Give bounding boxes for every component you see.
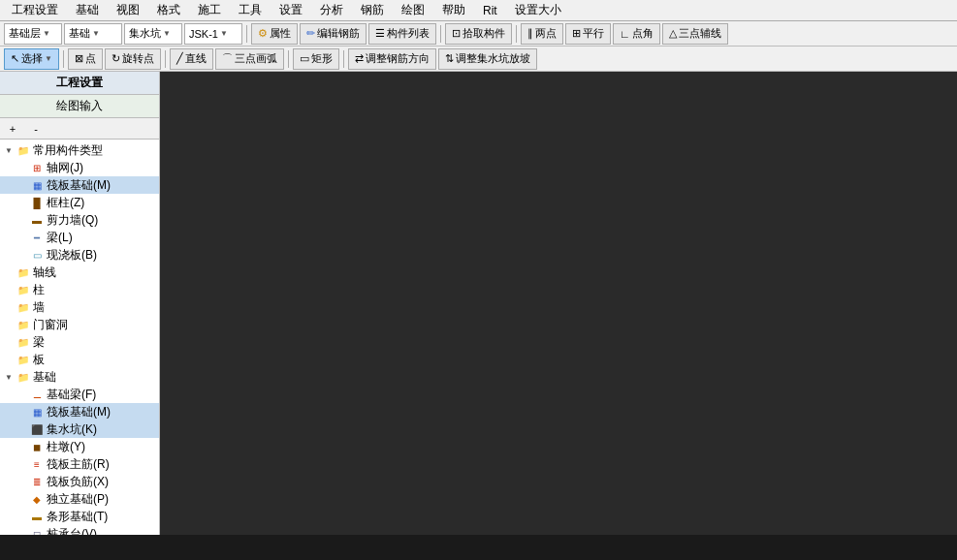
left-panel-header[interactable]: 工程设置 xyxy=(0,72,159,95)
toolbar-row-1: 基础层 ▼ 基础 ▼ 集水坑 ▼ JSK-1 ▼ ⚙ 属性 ✏ 编辑钢筋 ☰ 构… xyxy=(0,21,957,47)
point-btn[interactable]: ⊠ 点 xyxy=(68,48,103,70)
parallel-btn[interactable]: ⊞ 平行 xyxy=(565,23,611,45)
tree-label-raft-found: 筏板基础(M) xyxy=(47,404,111,420)
tree-label-col-found: 柱墩(Y) xyxy=(47,439,85,455)
menu-rebar[interactable]: 钢筋 xyxy=(353,0,392,20)
tree-label-slab: 板 xyxy=(33,352,45,368)
tree-item-raft-found[interactable]: ▦筏板基础(M) xyxy=(0,403,159,420)
tree-label-strip-found: 条形基础(T) xyxy=(47,509,108,525)
tree-icon-raft-found: ▦ xyxy=(29,404,45,420)
tree-item-axis-net[interactable]: ⊞轴网(J) xyxy=(0,159,159,176)
tree-label-pile-cap: 桩承台(V) xyxy=(47,526,97,536)
pickup-btn[interactable]: ⊡ 拾取构件 xyxy=(445,23,512,45)
tree-label-axis-net: 轴网(J) xyxy=(47,160,83,176)
tree-label-frame-col: 框柱(Z) xyxy=(47,195,84,211)
menu-view[interactable]: 视图 xyxy=(109,0,147,20)
tree-label-beam-group: 梁 xyxy=(33,334,45,351)
menu-settings[interactable]: 设置 xyxy=(271,0,310,20)
menu-draw[interactable]: 绘图 xyxy=(394,0,432,20)
tree-item-pile-cap[interactable]: ◻桩承台(V) xyxy=(0,525,159,535)
menu-foundation[interactable]: 基础 xyxy=(68,0,107,20)
tree-label-beam: 梁(L) xyxy=(47,230,73,246)
tree-icon-floor-slab: ▭ xyxy=(29,247,45,263)
tree-tool-btn1[interactable]: + xyxy=(2,118,23,140)
tree-icon-wall: 📁 xyxy=(16,299,31,315)
tree-label-door-window: 门窗洞 xyxy=(33,317,68,333)
tree-label-pit: 集水坑(K) xyxy=(47,421,97,438)
three-aux-btn[interactable]: △ 三点辅线 xyxy=(662,23,728,45)
tree-item-wall[interactable]: 📁墙 xyxy=(0,298,159,316)
tree-icon-foundation: 📁 xyxy=(16,369,31,385)
tree-icon-door-window: 📁 xyxy=(16,317,31,332)
tree-icon-frame-col: █ xyxy=(29,195,45,210)
menu-analysis[interactable]: 分析 xyxy=(312,0,351,20)
base-dropdown-arrow: ▼ xyxy=(92,29,100,38)
tree-icon-axis-net: ⊞ xyxy=(29,160,45,175)
pit-dropdown[interactable]: 集水坑 ▼ xyxy=(124,23,182,45)
base-dropdown[interactable]: 基础 ▼ xyxy=(64,23,122,45)
tree-item-foundation[interactable]: ▼📁基础 xyxy=(0,368,159,386)
tree-icon-axis: 📁 xyxy=(16,264,31,280)
tree-icon-shear-wall: ▬ xyxy=(29,212,45,228)
tree-item-beam-group[interactable]: 📁梁 xyxy=(0,333,159,351)
tree-label-floor-slab: 现浇板(B) xyxy=(47,247,97,264)
three-arc-btn[interactable]: ⌒ 三点画弧 xyxy=(215,48,284,70)
tree-item-strip-found[interactable]: ▬条形基础(T) xyxy=(0,508,159,525)
menu-rit[interactable]: Rit xyxy=(475,2,505,19)
two-pts-btn[interactable]: ∥ 两点 xyxy=(521,23,563,45)
tree-label-found-beam: 基础梁(F) xyxy=(47,387,96,403)
left-panel-subheader[interactable]: 绘图输入 xyxy=(0,95,159,118)
tree-item-found-beam[interactable]: ⚊基础梁(F) xyxy=(0,386,159,403)
sep3 xyxy=(516,25,517,43)
adjust-pit-btn[interactable]: ⇅ 调整集水坑放坡 xyxy=(438,48,537,70)
base-label: 基础 xyxy=(69,26,90,41)
tree-container[interactable]: ▼📁常用构件类型⊞轴网(J)▦筏板基础(M)█框柱(Z)▬剪力墙(Q)━梁(L)… xyxy=(0,140,159,535)
rect-btn[interactable]: ▭ 矩形 xyxy=(293,48,339,70)
layer-dropdown[interactable]: 基础层 ▼ xyxy=(4,23,62,45)
tree-item-col-found[interactable]: ◼柱墩(Y) xyxy=(0,438,159,455)
tree-item-floor-slab[interactable]: ▭现浇板(B) xyxy=(0,246,159,264)
rotate-btn[interactable]: ↻ 旋转点 xyxy=(105,48,161,70)
sep7 xyxy=(343,50,344,68)
tree-icon-strip-found: ▬ xyxy=(29,509,45,524)
line-btn[interactable]: ╱ 直线 xyxy=(170,48,213,70)
edit-rebar-btn[interactable]: ✏ 编辑钢筋 xyxy=(300,23,367,45)
corner-btn[interactable]: ∟ 点角 xyxy=(613,23,660,45)
pit-label: 集水坑 xyxy=(129,26,161,41)
property-btn[interactable]: ⚙ 属性 xyxy=(251,23,298,45)
tree-item-door-window[interactable]: 📁门窗洞 xyxy=(0,316,159,333)
tree-icon-found-beam: ⚊ xyxy=(29,387,45,402)
menu-construction[interactable]: 施工 xyxy=(190,0,229,20)
pit-dropdown-arrow: ▼ xyxy=(163,29,171,38)
tree-item-isolated-found[interactable]: ◆独立基础(P) xyxy=(0,490,159,508)
tree-item-frame-col[interactable]: █框柱(Z) xyxy=(0,194,159,211)
canvas-area[interactable] xyxy=(160,72,957,535)
jsk-dropdown[interactable]: JSK-1 ▼ xyxy=(184,23,242,45)
tree-item-common-types[interactable]: ▼📁常用构件类型 xyxy=(0,141,159,159)
left-panel: 工程设置 绘图输入 + - ▼📁常用构件类型⊞轴网(J)▦筏板基础(M)█框柱(… xyxy=(0,72,160,535)
tree-label-col: 柱 xyxy=(33,282,45,298)
tree-item-shear-wall[interactable]: ▬剪力墙(Q) xyxy=(0,211,159,229)
menu-help[interactable]: 帮助 xyxy=(434,0,473,20)
tree-item-raft-main-rebar[interactable]: ≡筏板主筋(R) xyxy=(0,455,159,473)
tree-item-slab[interactable]: 📁板 xyxy=(0,351,159,368)
tree-item-sieve-foundation[interactable]: ▦筏板基础(M) xyxy=(0,176,159,194)
menu-tools[interactable]: 工具 xyxy=(231,0,270,20)
menu-engineering[interactable]: 工程设置 xyxy=(4,0,66,20)
select-btn[interactable]: ↖ 选择 ▼ xyxy=(4,48,59,70)
component-list-btn[interactable]: ☰ 构件列表 xyxy=(368,23,436,45)
tree-tool-btn2[interactable]: - xyxy=(25,118,47,140)
tree-item-col[interactable]: 📁柱 xyxy=(0,281,159,298)
tree-item-pit[interactable]: ⬛集水坑(K) xyxy=(0,420,159,438)
tree-label-wall: 墙 xyxy=(33,299,45,316)
jsk-label: JSK-1 xyxy=(189,28,218,40)
tree-label-shear-wall: 剪力墙(Q) xyxy=(47,212,98,229)
tree-item-raft-neg-rebar[interactable]: ≣筏板负筋(X) xyxy=(0,473,159,490)
menu-format[interactable]: 格式 xyxy=(149,0,188,20)
tree-item-beam[interactable]: ━梁(L) xyxy=(0,229,159,246)
tree-icon-isolated-found: ◆ xyxy=(29,491,45,507)
adjust-rebar-dir-btn[interactable]: ⇄ 调整钢筋方向 xyxy=(348,48,436,70)
tree-item-axis[interactable]: 📁轴线 xyxy=(0,264,159,281)
menu-bar: 工程设置 基础 视图 格式 施工 工具 设置 分析 钢筋 绘图 帮助 Rit 设… xyxy=(0,0,957,21)
menu-setsize[interactable]: 设置大小 xyxy=(507,0,569,20)
